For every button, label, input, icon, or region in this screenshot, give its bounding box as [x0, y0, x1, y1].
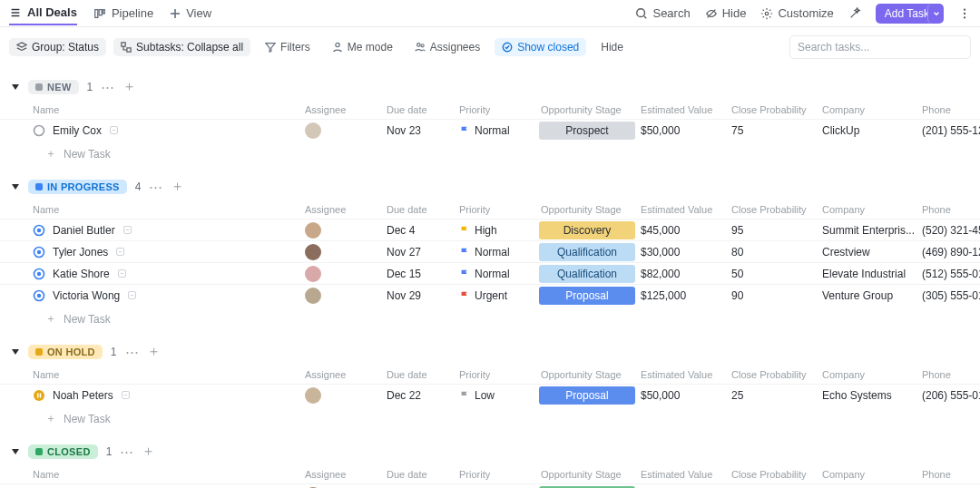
phone-cell[interactable]: (201) 555-1234: [918, 124, 980, 137]
col-company[interactable]: Company: [818, 369, 918, 380]
status-chip[interactable]: ON HOLD: [28, 345, 103, 359]
col-due[interactable]: Due date: [383, 369, 456, 380]
phone-cell[interactable]: (206) 555-0133: [918, 389, 980, 402]
col-name[interactable]: Name: [29, 104, 301, 115]
col-priority[interactable]: Priority: [456, 204, 537, 215]
group-more-icon[interactable]: ⋯: [125, 344, 139, 360]
close-prprob-cell[interactable]: 50: [728, 268, 818, 280]
stage-cell[interactable]: Qualification: [537, 243, 637, 261]
col-phone[interactable]: Phone: [918, 369, 980, 380]
col-priority[interactable]: Priority: [456, 104, 537, 115]
group-by-pill[interactable]: Group: Status: [9, 38, 106, 56]
collapse-icon[interactable]: [11, 447, 20, 456]
tab-all-deals[interactable]: All Deals: [9, 2, 77, 25]
task-name[interactable]: Emily Cox: [53, 124, 102, 137]
col-estimated[interactable]: Estimated Value: [637, 204, 728, 215]
status-chip[interactable]: NEW: [28, 80, 79, 94]
status-icon[interactable]: [33, 268, 45, 280]
search-button[interactable]: Search: [635, 6, 690, 20]
due-cell[interactable]: Nov 23: [383, 124, 456, 137]
col-company[interactable]: Company: [818, 104, 918, 115]
status-icon[interactable]: [33, 289, 45, 302]
status-icon[interactable]: [33, 389, 45, 402]
due-cell[interactable]: Dec 4: [383, 224, 456, 237]
task-name[interactable]: Katie Shore: [53, 268, 110, 280]
status-icon[interactable]: [33, 224, 45, 237]
col-due[interactable]: Due date: [383, 104, 456, 115]
close-prprob-cell[interactable]: 75: [728, 124, 818, 137]
stage-cell[interactable]: Proposal: [537, 386, 637, 405]
add-view[interactable]: View: [170, 3, 211, 24]
estimated-cell[interactable]: $125,000: [637, 289, 728, 302]
collapse-icon[interactable]: [11, 182, 20, 191]
assignee-cell[interactable]: [301, 222, 383, 239]
group-add-icon[interactable]: ＋: [147, 343, 161, 360]
company-cell[interactable]: Echo Systems: [818, 389, 918, 402]
col-company[interactable]: Company: [818, 204, 918, 215]
estimated-cell[interactable]: $50,000: [637, 124, 728, 137]
phone-cell[interactable]: (469) 890-1234: [918, 246, 980, 259]
customize-button[interactable]: Customize: [760, 6, 833, 20]
assignee-cell[interactable]: [301, 244, 383, 260]
table-row[interactable]: Oliver Vance Oct 15 High Won $100,000 10…: [0, 483, 980, 488]
col-phone[interactable]: Phone: [918, 204, 980, 215]
col-priority[interactable]: Priority: [456, 369, 537, 380]
company-cell[interactable]: Summit Enterpris...: [818, 224, 918, 237]
group-add-icon[interactable]: ＋: [171, 178, 184, 195]
me-mode-pill[interactable]: Me mode: [325, 38, 400, 56]
due-cell[interactable]: Dec 15: [383, 268, 456, 280]
group-more-icon[interactable]: ⋯: [149, 179, 162, 195]
col-name[interactable]: Name: [29, 204, 301, 215]
estimated-cell[interactable]: $82,000: [637, 268, 728, 280]
col-assignee[interactable]: Assignee: [301, 204, 383, 215]
row-more-icon[interactable]: [117, 268, 127, 278]
table-row[interactable]: Daniel Butler Dec 4 High Discovery $45,0…: [0, 219, 980, 240]
row-more-icon[interactable]: [121, 390, 131, 400]
task-name[interactable]: Daniel Butler: [53, 224, 115, 237]
col-close-prob[interactable]: Close Probability: [728, 469, 818, 480]
task-name[interactable]: Victoria Wong: [53, 289, 120, 302]
show-closed-pill[interactable]: Show closed: [495, 38, 586, 56]
row-more-icon[interactable]: [115, 247, 125, 257]
table-row[interactable]: Katie Shore Dec 15 Normal Qualification …: [0, 262, 980, 284]
estimated-cell[interactable]: $45,000: [637, 224, 728, 237]
col-company[interactable]: Company: [818, 469, 918, 480]
assignee-cell[interactable]: [301, 122, 383, 139]
new-task-button[interactable]: ＋ New Task: [0, 405, 980, 432]
assignee-cell[interactable]: [301, 387, 383, 404]
assignee-cell[interactable]: [301, 266, 383, 282]
collapse-icon[interactable]: [11, 347, 20, 356]
company-cell[interactable]: Venture Group: [818, 289, 918, 302]
close-prprob-cell[interactable]: 95: [728, 224, 818, 237]
estimated-cell[interactable]: $50,000: [637, 389, 728, 402]
stage-cell[interactable]: Qualification: [537, 265, 637, 283]
col-close-prob[interactable]: Close Probability: [728, 104, 818, 115]
col-estimated[interactable]: Estimated Value: [637, 469, 728, 480]
company-cell[interactable]: ClickUp: [818, 124, 918, 137]
filters-pill[interactable]: Filters: [258, 38, 318, 56]
assignees-pill[interactable]: Assignees: [407, 38, 487, 56]
task-name[interactable]: Noah Peters: [53, 389, 113, 402]
row-more-icon[interactable]: [127, 290, 137, 300]
stage-cell[interactable]: Prospect: [537, 122, 637, 140]
task-name[interactable]: Tyler Jones: [53, 246, 108, 259]
estimated-cell[interactable]: $30,000: [637, 246, 728, 259]
due-cell[interactable]: Nov 29: [383, 289, 456, 302]
hide-button[interactable]: Hide: [705, 6, 747, 20]
group-add-icon[interactable]: ＋: [122, 78, 136, 95]
table-row[interactable]: Emily Cox Nov 23 Normal Prospect $50,000…: [0, 119, 980, 141]
status-icon[interactable]: [33, 124, 45, 137]
phone-cell[interactable]: (520) 321-4567: [918, 224, 980, 237]
add-task-dropdown[interactable]: [927, 4, 944, 24]
priority-cell[interactable]: Low: [456, 389, 537, 402]
col-due[interactable]: Due date: [383, 469, 456, 480]
col-phone[interactable]: Phone: [918, 104, 980, 115]
col-priority[interactable]: Priority: [456, 469, 537, 480]
close-prprob-cell[interactable]: 90: [728, 289, 818, 302]
col-stage[interactable]: Opportunity Stage: [537, 369, 637, 380]
collapse-icon[interactable]: [11, 83, 20, 92]
new-task-button[interactable]: ＋ New Task: [0, 141, 980, 167]
assignee-cell[interactable]: [301, 288, 383, 304]
company-cell[interactable]: Crestview: [818, 246, 918, 259]
col-assignee[interactable]: Assignee: [301, 469, 383, 480]
